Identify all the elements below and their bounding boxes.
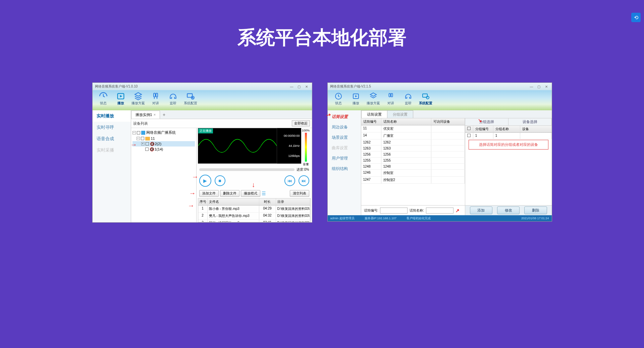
tool-status[interactable]: 状态 <box>330 92 346 106</box>
select-all-checkbox[interactable] <box>467 127 471 130</box>
mic-id-input[interactable] <box>380 208 408 214</box>
header-group-select: 分组选择 <box>465 118 508 125</box>
prev-button[interactable]: ⏮ <box>284 175 295 186</box>
tool-monitor[interactable]: 监听 <box>400 92 416 106</box>
group-row[interactable]: 1 1 <box>465 133 552 139</box>
tool-play[interactable]: 播放 <box>348 92 364 106</box>
sidebar-item-user[interactable]: 用户管理 <box>328 153 361 164</box>
add-file-button[interactable]: 添加文件 <box>199 190 219 197</box>
volume-column: 100% 音量 <box>301 128 311 167</box>
page-title: 系统平台本地化部署 <box>0 0 644 51</box>
col-device: 设备 <box>520 126 552 132</box>
status-time: 2021/01/08 17:01:24 <box>521 217 549 220</box>
header-device-select: 设备选择 <box>508 118 552 125</box>
maximize-button[interactable]: ▢ <box>535 85 543 89</box>
mic-row[interactable]: 12621262 <box>361 139 465 146</box>
maximize-button[interactable]: ▢ <box>296 85 303 89</box>
device-tree[interactable]: −网络音频广播系统 −11 +🔇2(2) 🔇1(14) → <box>131 128 197 222</box>
tree-node-11[interactable]: −11 <box>132 136 195 141</box>
callout-hint: 选择话筒对应的分组或者对应的设备 <box>469 140 548 150</box>
minimize-button[interactable]: — <box>528 85 535 89</box>
delete-file-button[interactable]: 删除文件 <box>220 190 239 197</box>
clear-list-button[interactable]: 清空列表 <box>290 190 309 197</box>
mic-form: 话筒编号: 话筒名称: ↗ <box>361 205 465 215</box>
tool-config[interactable]: 系统配置 <box>418 92 434 106</box>
tab-mic-settings[interactable]: 话筒设置 <box>361 110 387 118</box>
progress-slider[interactable] <box>199 168 295 171</box>
visualizer: 正在播放 00:00/00:00 44.1kHz 128kbps <box>198 128 301 164</box>
status-server: 服务器IP:192.168.1.107 <box>365 216 397 221</box>
tab-close-icon[interactable]: × <box>154 113 156 117</box>
sidebar-item-org[interactable]: 组织结构 <box>328 164 361 174</box>
delete-button[interactable]: 删除 <box>524 207 547 214</box>
list-icon[interactable]: ☰ <box>262 191 266 196</box>
window-config: 网络音频系统客户端-V2.1.5 — ▢ ✕ 状态 播放 播放方案 对讲 监听 … <box>327 82 552 222</box>
playlist-row[interactable]: 1陈小春 - 算你狠.mp304:29D:\恢复回来的资料03\ <box>198 206 310 213</box>
status-bar: admin 超级管理员 服务器IP:192.168.1.107 客户端初始化完成… <box>328 215 552 221</box>
tool-play[interactable]: 播放 <box>113 92 129 106</box>
mic-row[interactable]: 12631263 <box>361 146 465 152</box>
mic-row[interactable]: 1246控制室 <box>361 170 465 177</box>
sidebar-item-realtime-play[interactable]: 实时播放 <box>93 110 131 122</box>
mic-name-input[interactable] <box>426 208 453 214</box>
close-button[interactable]: ✕ <box>303 85 310 89</box>
mic-id-label: 话筒编号: <box>364 208 378 213</box>
mic-row[interactable]: 12551255 <box>361 158 465 164</box>
minimize-button[interactable]: — <box>288 85 296 89</box>
close-button[interactable]: ✕ <box>543 85 550 89</box>
status-user: admin 超级管理员 <box>330 216 355 221</box>
tool-status[interactable]: 状态 <box>95 92 111 106</box>
next-button[interactable]: ⏭ <box>299 175 309 186</box>
toolbar: 状态 播放 播放方案 对讲 监听 系统配置 <box>93 90 312 110</box>
col-seq: 序号 <box>198 198 208 205</box>
sidebar-item-capture[interactable]: 实时采播 <box>93 144 131 156</box>
tool-schedule[interactable]: 播放方案 <box>365 92 381 106</box>
tool-monitor[interactable]: 监听 <box>165 92 181 106</box>
add-button[interactable]: 添加 <box>470 207 492 214</box>
group-device-panel: 分组选择 设备选择 ↘ 分组编号 分组名称 设备 1 1 <box>465 118 552 215</box>
tool-intercom[interactable]: 对讲 <box>383 92 399 106</box>
mic-row[interactable]: 1247控制室2 <box>361 177 465 184</box>
sidebar-item-peripheral[interactable]: 周边设备 <box>328 122 361 132</box>
col-name: 文件名 <box>208 198 259 205</box>
playlist-row[interactable]: 2樊凡 - 我想大声告诉你.mp304:32D:\恢复回来的资料03\ <box>198 213 310 220</box>
tab-add-button[interactable]: + <box>160 112 168 117</box>
modify-button[interactable]: 修改 <box>497 207 520 214</box>
col-duration: 时长 <box>259 198 276 205</box>
sidebar-item-tts[interactable]: 语音合成 <box>93 133 131 144</box>
mic-row[interactable]: 11优安宏 <box>361 125 465 132</box>
sidebar-item-scene[interactable]: 场景设置 <box>328 132 361 143</box>
volume-bar[interactable] <box>305 133 307 162</box>
titlebar: 网络音频系统客户端-V2.1.5 — ▢ ✕ <box>328 83 552 90</box>
play-button[interactable]: ▶ <box>199 175 211 187</box>
stop-button[interactable]: ■ <box>215 175 225 186</box>
tree-node-1[interactable]: 🔇1(14) <box>132 147 195 152</box>
tool-config[interactable]: 系统配置 <box>182 92 199 106</box>
collapse-all-button[interactable]: 全部收起 <box>292 120 310 126</box>
tree-root[interactable]: −网络音频广播系统 <box>132 129 195 136</box>
tree-node-2[interactable]: +🔇2(2) <box>132 141 195 147</box>
window-title: 网络音频系统客户端-V2.1.5 <box>329 84 528 89</box>
tab-instance1[interactable]: 播放实例1× <box>131 111 160 119</box>
freq-display: 44.1kHz <box>278 144 300 148</box>
col-mic-name: 话筒名称 <box>381 118 431 125</box>
sidebar-item-library[interactable]: 曲库设置 <box>328 143 361 153</box>
device-list-header: 设备列表 全部收起 <box>131 119 312 128</box>
play-mode-button[interactable]: 播放模式 <box>241 190 260 197</box>
tab-group-settings[interactable]: 分组设置 <box>387 110 413 118</box>
mic-row[interactable]: 12481248 <box>361 164 465 170</box>
playlist-row[interactable]: 3韩红 - 情深谊长.mp303:41D:\恢复回来的资料03\ <box>198 220 310 222</box>
time-display: 00:00/00:00 <box>278 134 300 137</box>
mic-row[interactable]: 14广播室 <box>361 132 465 139</box>
mic-row[interactable]: 12561256 <box>361 152 465 158</box>
app-icon: ⟲ <box>631 13 641 22</box>
annotation-arrow: ↗ <box>455 208 460 213</box>
titlebar: 网络音频系统客户端-V1.0.10 — ▢ ✕ <box>93 83 312 90</box>
toolbar: 状态 播放 播放方案 对讲 监听 系统配置 <box>328 90 552 110</box>
tool-intercom[interactable]: 对讲 <box>148 92 164 106</box>
sidebar-item-mic[interactable]: 话筒设置 <box>328 112 361 122</box>
svg-rect-1 <box>154 93 155 97</box>
sub-tabs: 话筒设置 分组设置 <box>361 110 552 118</box>
tool-schedule[interactable]: 播放方案 <box>130 92 146 106</box>
sidebar-item-paging[interactable]: 实时寻呼 <box>93 122 131 133</box>
